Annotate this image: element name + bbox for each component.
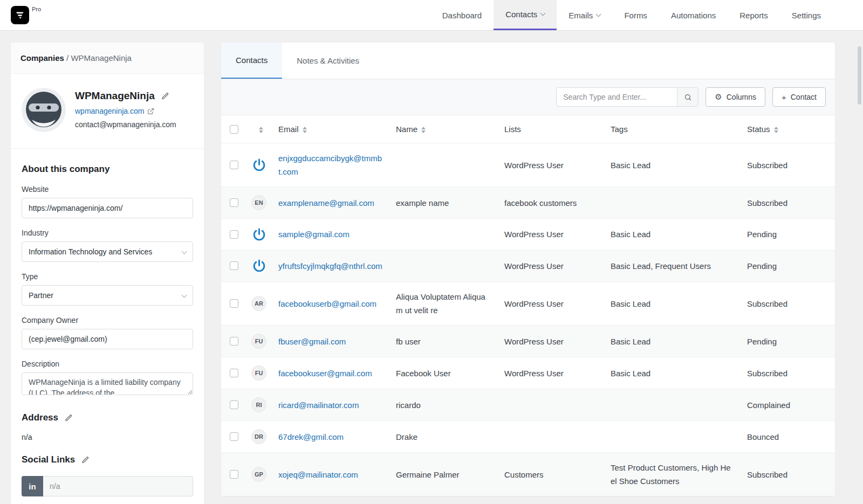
scrollbar[interactable] [858,46,861,105]
row-checkbox[interactable] [230,230,238,239]
search-input[interactable] [556,87,677,107]
column-label: Tags [611,125,628,134]
nav-item-settings[interactable]: Settings [780,0,833,30]
tab-contacts[interactable]: Contacts [221,43,282,79]
contact-email-link[interactable]: xojeq@mailinator.com [278,470,358,479]
columns-button[interactable]: ⚙ Columns [706,87,765,107]
contact-name: Facebook User [396,357,504,389]
table-row[interactable]: yfruftsfcyjlmqkgfq@nthrl.com WordPress U… [221,250,835,282]
contact-email-link[interactable]: ricard@mailinator.com [278,401,359,410]
table-row[interactable]: DR 67drek@gmil.com Drake Bounced [221,421,835,453]
columns-button-label: Columns [727,93,756,101]
breadcrumb: Companies / WPManageNinja [11,43,204,74]
column-header-tags: Tags [611,115,747,143]
contact-tags [611,421,747,453]
contact-status: Complained [747,389,835,421]
nav-item-emails[interactable]: Emails [557,0,612,30]
website-input[interactable] [22,198,193,218]
row-checkbox[interactable] [230,369,238,377]
nav-label: Contacts [505,10,537,19]
column-header-name[interactable]: Name [396,115,504,143]
table-row[interactable]: sample@gmail.com WordPress User Basic Le… [221,219,835,251]
table-toolbar: ⚙ Columns + Contact [221,79,835,115]
company-profile-info: WPManageNinja wpmanageninja.com contact@… [75,88,176,132]
field-label: Type [22,272,193,281]
industry-select[interactable]: Information Technology and Services [22,241,193,262]
external-link-icon [147,108,154,115]
table-row[interactable]: GP xojeq@mailinator.com Germaine Palmer … [221,453,835,496]
row-checkbox[interactable] [230,161,238,169]
nav-item-dashboard[interactable]: Dashboard [430,0,494,30]
avatar: RI [251,397,266,412]
company-website-link[interactable]: wpmanageninja.com [75,107,154,115]
add-contact-button[interactable]: + Contact [772,87,826,107]
chevron-down-icon [596,11,601,17]
type-select[interactable]: Partner [22,285,193,306]
contact-status: Subscribed [747,187,835,219]
table-row[interactable]: EN examplename@gmail.com example name fa… [221,187,835,219]
nav-item-automations[interactable]: Automations [659,0,728,30]
contact-lists: facebook customers [504,187,611,219]
nav-item-contacts[interactable]: Contacts [494,0,557,30]
funnel-glyph [15,10,25,20]
contact-email-link[interactable]: examplename@gmail.com [278,198,374,208]
column-header-status[interactable]: Status [747,115,835,143]
search-group [556,87,698,107]
nav-item-reports[interactable]: Reports [728,0,780,30]
row-checkbox[interactable] [230,261,238,270]
contact-email-link[interactable]: 67drek@gmil.com [278,432,344,441]
contact-tags: Basic Lead [611,326,747,357]
tab-notes-activities[interactable]: Notes & Activities [282,43,374,79]
address-section: Address n/a [11,399,204,441]
column-header-email[interactable]: Email [278,115,396,143]
contact-name: Germaine Palmer [396,453,504,496]
fluentcrm-logo-icon[interactable] [11,6,29,24]
contact-email-link[interactable]: yfruftsfcyjlmqkgfq@nthrl.com [278,261,382,271]
avatar: GP [251,467,266,482]
nav-item-forms[interactable]: Forms [612,0,659,30]
table-row[interactable]: AR facebookuserb@gmail.com Aliqua Volupt… [221,282,835,326]
sort-avatar-icon[interactable] [259,127,263,133]
contact-email-link[interactable]: sample@gmail.com [278,230,350,239]
sort-name-icon[interactable] [421,127,426,133]
row-checkbox[interactable] [230,401,238,409]
contact-lists [504,421,611,453]
contact-name: Drake [396,421,504,453]
column-label: Status [747,125,770,134]
avatar: EN [251,195,266,210]
linkedin-input[interactable] [43,476,193,496]
breadcrumb-companies-link[interactable]: Companies [20,53,64,63]
select-all-checkbox[interactable] [230,125,238,134]
table-row[interactable]: RI ricard@mailinator.com ricardo Complai… [221,389,835,421]
contact-name: fb user [396,326,504,357]
industry-selected-value: Information Technology and Services [29,247,152,256]
description-textarea[interactable]: WPManageNinja is a limited liability com… [22,372,193,395]
company-owner-input[interactable] [22,329,193,349]
row-checkbox[interactable] [230,470,238,479]
contact-email-link[interactable]: enjxggduccamcibygk@tmmbt.com [278,154,382,176]
edit-address-icon[interactable] [65,414,73,422]
table-row[interactable]: enjxggduccamcibygk@tmmbt.com WordPress U… [221,143,835,187]
contact-email-link[interactable]: facebookuser@gmail.com [278,369,372,378]
search-button[interactable] [677,87,698,107]
table-row[interactable]: FU fbuser@gmail.com fb user WordPress Us… [221,326,835,357]
edit-social-links-icon[interactable] [81,456,90,464]
brand: Pro [11,0,41,30]
row-checkbox[interactable] [230,337,238,346]
edit-company-name-icon[interactable] [161,92,169,100]
table-row[interactable]: FU facebookuser@gmail.com Facebook User … [221,357,835,389]
contact-name [396,219,504,251]
avatar: AR [251,296,266,311]
contact-email-link[interactable]: facebookuserb@gmail.com [278,299,376,308]
sort-email-icon[interactable] [303,127,307,133]
sort-status-icon[interactable] [774,127,778,133]
row-checkbox[interactable] [230,432,238,441]
row-checkbox[interactable] [230,198,238,207]
nav-label: Settings [792,11,821,20]
contact-email-link[interactable]: fbuser@gmail.com [278,337,346,346]
social-links-section: Social Links in [11,441,204,504]
add-contact-button-label: Contact [791,93,817,101]
row-checkbox[interactable] [230,299,238,308]
company-name: WPManageNinja [75,90,155,102]
avatar: DR [251,429,266,444]
